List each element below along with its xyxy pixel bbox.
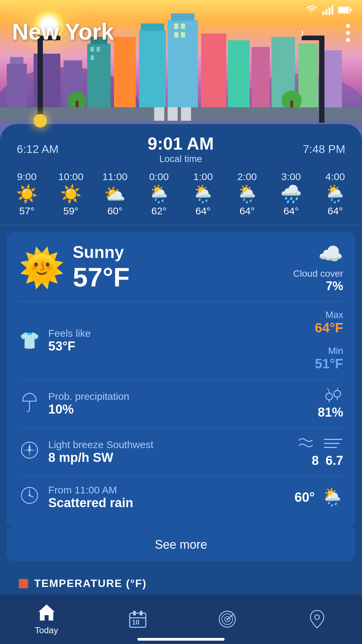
city-scene: New York (0, 0, 362, 141)
radar-icon (217, 609, 237, 629)
max-temp-block: Max 64°F (315, 310, 343, 335)
hour-temp: 62° (152, 205, 167, 217)
cloud-cover-label: Cloud cover (293, 268, 343, 279)
svg-point-54 (28, 449, 31, 451)
hourly-item: 2:00 🌦️ 64° (230, 171, 264, 217)
wind-icon (19, 441, 40, 463)
hourly-item: 1:00 🌦️ 64° (186, 171, 220, 217)
see-more-button[interactable]: See more (7, 528, 355, 561)
weather-panel: 6:12 AM 9:01 AM Local time 7:48 PM 9:00 … (0, 124, 362, 644)
nav-radar[interactable] (217, 609, 237, 629)
hour-time: 9:00 (17, 171, 37, 182)
hour-temp: 59° (63, 205, 78, 217)
temp-bar-label: TEMPERATURE (°F) (34, 577, 147, 590)
nav-location[interactable] (307, 609, 327, 629)
max-min-block: Max 64°F Min 51°F (315, 310, 343, 371)
svg-rect-31 (97, 47, 100, 52)
wind-value: 8 mp/h SW (48, 450, 154, 465)
svg-rect-22 (251, 47, 270, 114)
hour-time: 3:00 (281, 171, 301, 182)
forecast-condition: Scattered rain (48, 496, 133, 510)
hour-icon: ☀️ (60, 185, 82, 203)
hour-temp: 57° (19, 205, 34, 217)
calendar-icon: 10 (128, 609, 148, 629)
shirt-icon: 👕 (19, 331, 40, 350)
hour-time: 4:00 (325, 171, 345, 182)
svg-point-71 (315, 615, 319, 620)
hour-icon: 🌦️ (148, 185, 170, 203)
svg-rect-65 (140, 611, 142, 615)
current-text: Sunny 57°F (73, 243, 130, 293)
clock-icon (19, 486, 40, 508)
svg-rect-40 (181, 107, 191, 121)
svg-point-49 (326, 393, 333, 400)
forecast-from-label: From 11:00 AM (48, 484, 133, 496)
feels-like-value: 53°F (48, 339, 91, 354)
hour-icon: 🌦️ (192, 185, 214, 203)
time-bar: 6:12 AM 9:01 AM Local time 7:48 PM (0, 124, 362, 168)
svg-rect-42 (38, 36, 43, 123)
svg-rect-45 (319, 36, 324, 123)
hour-icon: 🌧️ (280, 185, 302, 203)
current-left: 🌞 Sunny 57°F (19, 243, 130, 293)
sunrise-time: 6:12 AM (17, 143, 59, 156)
hour-time: 0:00 (149, 171, 169, 182)
feels-like-text: Feels like 53°F (48, 328, 91, 354)
wifi-icon (306, 5, 318, 15)
svg-rect-5 (350, 9, 352, 11)
max-temp: 64°F (315, 320, 343, 335)
hourly-item: 3:00 🌧️ 64° (275, 171, 308, 217)
nav-today[interactable]: Today (35, 602, 58, 636)
today-label: Today (35, 625, 58, 636)
nav-calendar[interactable]: 10 (128, 609, 148, 629)
current-weather-card: 🌞 Sunny 57°F ☁️ Cloud cover 7% 👕 Feels l… (7, 232, 355, 528)
svg-rect-64 (133, 611, 136, 615)
hour-time: 10:00 (58, 171, 83, 182)
hour-temp: 64° (327, 205, 343, 217)
humidity-icon (324, 388, 343, 402)
svg-rect-0 (322, 11, 324, 15)
hourly-item: 11:00 ⛅ 60° (98, 171, 132, 217)
hour-temp: 64° (195, 205, 210, 217)
wind-speed-num: 8 (312, 453, 319, 468)
svg-rect-15 (114, 37, 136, 114)
svg-rect-32 (90, 55, 94, 60)
hourly-item: 0:00 🌦️ 62° (142, 171, 176, 217)
hour-temp: 64° (284, 205, 299, 217)
feels-like-left: 👕 Feels like 53°F (19, 328, 91, 354)
svg-rect-39 (168, 107, 178, 121)
hourly-item: 10:00 ☀️ 59° (54, 171, 87, 217)
precip-right: 81% (318, 388, 343, 420)
home-bar (137, 638, 225, 641)
svg-rect-1 (325, 9, 327, 15)
svg-rect-38 (154, 107, 164, 121)
hour-temp: 60° (107, 205, 122, 217)
precip-text: Prob. precipitation 10% (48, 391, 129, 417)
svg-rect-6 (339, 8, 349, 12)
min-label: Min (315, 345, 343, 356)
feels-like-row: 👕 Feels like 53°F Max 64°F Min 51°F (19, 302, 343, 380)
cloud-icon: ☁️ (293, 242, 343, 266)
svg-point-61 (28, 494, 31, 496)
precip-left: Prob. precipitation 10% (19, 391, 129, 417)
hour-icon: ☀️ (16, 185, 38, 203)
sunset-time: 7:48 PM (303, 143, 345, 156)
wind-label: Light breeze Southwest (48, 439, 154, 450)
home-icon (37, 602, 57, 623)
hour-icon: ⛅ (104, 185, 126, 203)
hour-icon: 🌦️ (236, 185, 258, 203)
more-options-button[interactable] (346, 18, 350, 42)
cloud-cover-block: ☁️ Cloud cover 7% (293, 242, 343, 293)
svg-rect-13 (87, 44, 111, 114)
signal-icon (322, 5, 333, 15)
forecast-left: From 11:00 AM Scattered rain (19, 484, 133, 510)
forecast-row: From 11:00 AM Scattered rain 60° 🌦️ (19, 476, 343, 518)
hour-temp: 64° (239, 205, 254, 217)
precip-label: Prob. precipitation (48, 391, 129, 402)
battery-icon (338, 6, 352, 14)
hour-time: 2:00 (237, 171, 257, 182)
svg-text:10: 10 (132, 619, 139, 626)
svg-rect-3 (331, 5, 333, 15)
bottom-nav: Today 10 (0, 594, 362, 644)
svg-point-50 (334, 390, 341, 397)
